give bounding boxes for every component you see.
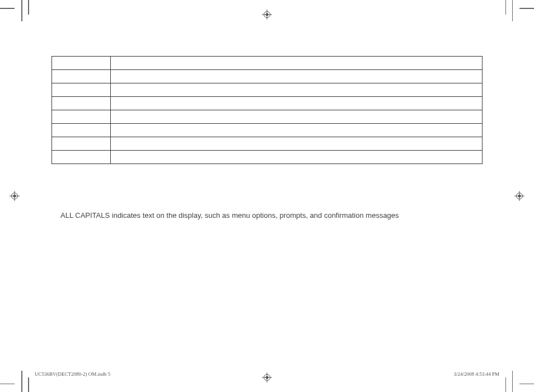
crop-mark <box>512 371 513 392</box>
footer-right: 3/24/2008 4:53:44 PM <box>453 371 499 377</box>
crop-mark <box>505 0 507 15</box>
registration-mark-icon <box>514 191 524 201</box>
table-row <box>52 124 483 137</box>
table-row <box>52 110 483 124</box>
page-content: ALL CAPITALS indicates text on the displ… <box>51 56 483 358</box>
crop-mark <box>0 8 15 9</box>
table-row <box>52 70 483 83</box>
crop-mark <box>0 384 15 385</box>
crop-mark <box>28 377 29 392</box>
body-paragraph: ALL CAPITALS indicates text on the displ… <box>51 211 483 220</box>
footer: UC536BV(DECT2080-2) OM.indb 5 3/24/2008 … <box>35 371 499 377</box>
table-row <box>52 57 483 70</box>
table-row <box>52 137 483 151</box>
crop-mark <box>21 0 22 21</box>
crop-mark <box>519 384 534 385</box>
crop-mark <box>505 377 507 392</box>
registration-mark-icon <box>262 10 272 20</box>
crop-mark <box>512 0 513 21</box>
table-row <box>52 83 483 97</box>
registration-mark-icon <box>10 191 20 201</box>
crop-mark <box>28 0 29 15</box>
footer-left: UC536BV(DECT2080-2) OM.indb 5 <box>35 371 110 377</box>
table-row <box>52 97 483 110</box>
crop-mark <box>519 8 534 9</box>
crop-mark <box>21 371 22 392</box>
table-row <box>52 151 483 164</box>
content-table <box>51 56 483 164</box>
